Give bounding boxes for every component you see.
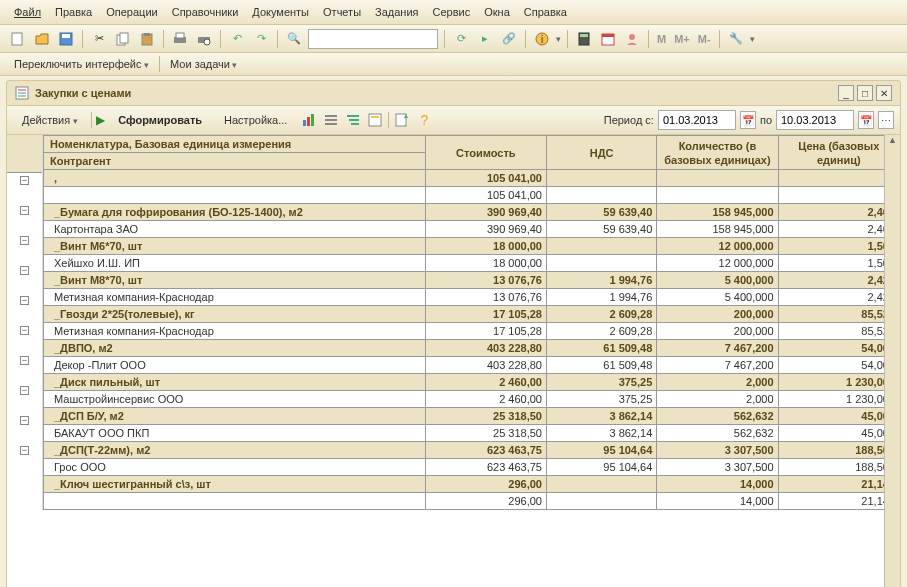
cell-qty[interactable]: 562,632 xyxy=(657,408,778,425)
cell-cost[interactable]: 18 000,00 xyxy=(425,238,546,255)
cell-qty[interactable]: 158 945,000 xyxy=(657,204,778,221)
cell-cost[interactable]: 18 000,00 xyxy=(425,255,546,272)
m-minus-button[interactable]: M- xyxy=(696,33,713,45)
cell-name[interactable] xyxy=(44,493,426,510)
date-to-input[interactable] xyxy=(776,110,854,130)
cell-qty[interactable]: 7 467,200 xyxy=(657,340,778,357)
go-icon[interactable]: ▸ xyxy=(475,29,495,49)
table-row[interactable]: _Бумага для гофрирования (БО-125-1400), … xyxy=(44,204,900,221)
table-row[interactable]: _Винт М6*70, шт18 000,0012 000,0001,500 xyxy=(44,238,900,255)
table-row[interactable]: Декор -Плит ООО403 228,8061 509,487 467,… xyxy=(44,357,900,374)
cell-price[interactable]: 54,000 xyxy=(778,357,899,374)
table-row[interactable]: 296,0014,00021,143 xyxy=(44,493,900,510)
cell-price[interactable] xyxy=(778,170,899,187)
cell-nds[interactable]: 3 862,14 xyxy=(546,425,656,442)
cell-cost[interactable]: 390 969,40 xyxy=(425,204,546,221)
collapse-icon[interactable]: − xyxy=(20,386,29,395)
cell-price[interactable]: 2,422 xyxy=(778,289,899,306)
cell-nds[interactable] xyxy=(546,476,656,493)
cell-name[interactable]: _Винт М6*70, шт xyxy=(44,238,426,255)
cell-cost[interactable]: 403 228,80 xyxy=(425,357,546,374)
cell-nds[interactable]: 61 509,48 xyxy=(546,357,656,374)
cell-price[interactable]: 1,500 xyxy=(778,255,899,272)
table-row[interactable]: _Ключ шестигранный с\з, шт296,0014,00021… xyxy=(44,476,900,493)
cell-cost[interactable]: 2 460,00 xyxy=(425,374,546,391)
collapse-icon[interactable]: − xyxy=(20,326,29,335)
collapse-icon[interactable]: − xyxy=(20,266,29,275)
table-row[interactable]: _Диск пильный, шт2 460,00375,252,0001 23… xyxy=(44,374,900,391)
settings-button[interactable]: Настройка... xyxy=(215,111,296,129)
cell-nds[interactable]: 3 862,14 xyxy=(546,408,656,425)
cell-qty[interactable] xyxy=(657,187,778,204)
cell-nds[interactable]: 1 994,76 xyxy=(546,289,656,306)
collapse-icon[interactable]: − xyxy=(20,236,29,245)
table-row[interactable]: ,105 041,00 xyxy=(44,170,900,187)
collapse-icon[interactable]: − xyxy=(20,296,29,305)
table-row[interactable]: Машстройинсервис ООО2 460,00375,252,0001… xyxy=(44,391,900,408)
cell-nds[interactable]: 59 639,40 xyxy=(546,204,656,221)
switch-interface-button[interactable]: Переключить интерфейс xyxy=(8,56,155,72)
cell-cost[interactable]: 17 105,28 xyxy=(425,323,546,340)
help-icon[interactable]: ? xyxy=(415,111,433,129)
cell-name[interactable]: Декор -Плит ООО xyxy=(44,357,426,374)
table-row[interactable]: _ДСП(Т-22мм), м2623 463,7595 104,643 307… xyxy=(44,442,900,459)
cell-nds[interactable]: 2 609,28 xyxy=(546,323,656,340)
cell-qty[interactable]: 12 000,000 xyxy=(657,255,778,272)
cell-price[interactable] xyxy=(778,187,899,204)
cell-nds[interactable]: 95 104,64 xyxy=(546,442,656,459)
cell-price[interactable]: 188,500 xyxy=(778,459,899,476)
calendar-icon[interactable] xyxy=(598,29,618,49)
vertical-scrollbar[interactable]: ▲ xyxy=(884,135,900,587)
table-row[interactable]: Хейшхо И.Ш. ИП18 000,0012 000,0001,500 xyxy=(44,255,900,272)
cell-name[interactable]: , xyxy=(44,170,426,187)
cell-name[interactable]: Метизная компания-Краснодар xyxy=(44,289,426,306)
date-from-picker-icon[interactable]: 📅 xyxy=(740,111,756,129)
minimize-button[interactable]: _ xyxy=(838,85,854,101)
cell-nds[interactable] xyxy=(546,238,656,255)
table-row[interactable]: Картонтара ЗАО390 969,4059 639,40158 945… xyxy=(44,221,900,238)
cell-qty[interactable]: 5 400,000 xyxy=(657,272,778,289)
cell-name[interactable]: _Ключ шестигранный с\з, шт xyxy=(44,476,426,493)
link-icon[interactable]: 🔗 xyxy=(499,29,519,49)
tree-collapse-icon[interactable] xyxy=(322,111,340,129)
copy-icon[interactable] xyxy=(113,29,133,49)
cell-name[interactable]: Грос ООО xyxy=(44,459,426,476)
cell-qty[interactable]: 12 000,000 xyxy=(657,238,778,255)
collapse-icon[interactable]: − xyxy=(20,416,29,425)
cell-name[interactable]: _ДСП Б/У, м2 xyxy=(44,408,426,425)
cell-cost[interactable]: 105 041,00 xyxy=(425,170,546,187)
maximize-button[interactable]: □ xyxy=(857,85,873,101)
table-row[interactable]: Метизная компания-Краснодар17 105,282 60… xyxy=(44,323,900,340)
menu-tasks[interactable]: Задания xyxy=(369,4,424,20)
cell-nds[interactable]: 1 994,76 xyxy=(546,272,656,289)
cell-nds[interactable]: 61 509,48 xyxy=(546,340,656,357)
cell-price[interactable]: 45,000 xyxy=(778,408,899,425)
cell-nds[interactable]: 375,25 xyxy=(546,374,656,391)
cell-qty[interactable]: 2,000 xyxy=(657,391,778,408)
cell-qty[interactable] xyxy=(657,170,778,187)
menu-help[interactable]: Справка xyxy=(518,4,573,20)
cell-price[interactable]: 1,500 xyxy=(778,238,899,255)
cell-nds[interactable] xyxy=(546,255,656,272)
menu-operations[interactable]: Операции xyxy=(100,4,163,20)
table-row[interactable]: БАКАУТ ООО ПКП25 318,503 862,14562,63245… xyxy=(44,425,900,442)
tools-icon[interactable]: 🔧 xyxy=(726,29,746,49)
menu-reports[interactable]: Отчеты xyxy=(317,4,367,20)
cell-cost[interactable]: 25 318,50 xyxy=(425,408,546,425)
cell-cost[interactable]: 623 463,75 xyxy=(425,442,546,459)
cell-cost[interactable]: 13 076,76 xyxy=(425,289,546,306)
table-row[interactable]: _Гвозди 2*25(толевые), кг17 105,282 609,… xyxy=(44,306,900,323)
my-tasks-button[interactable]: Мои задачи xyxy=(164,56,243,72)
table-row[interactable]: Грос ООО623 463,7595 104,643 307,500188,… xyxy=(44,459,900,476)
cell-price[interactable]: 2,422 xyxy=(778,272,899,289)
cell-cost[interactable]: 105 041,00 xyxy=(425,187,546,204)
cell-qty[interactable]: 3 307,500 xyxy=(657,459,778,476)
cell-cost[interactable]: 2 460,00 xyxy=(425,391,546,408)
cell-name[interactable] xyxy=(44,187,426,204)
cell-name[interactable]: Хейшхо И.Ш. ИП xyxy=(44,255,426,272)
search-icon[interactable]: 🔍 xyxy=(284,29,304,49)
table-row[interactable]: _ДВПО, м2403 228,8061 509,487 467,20054,… xyxy=(44,340,900,357)
cell-cost[interactable]: 623 463,75 xyxy=(425,459,546,476)
cell-price[interactable]: 85,526 xyxy=(778,323,899,340)
cell-nds[interactable]: 95 104,64 xyxy=(546,459,656,476)
